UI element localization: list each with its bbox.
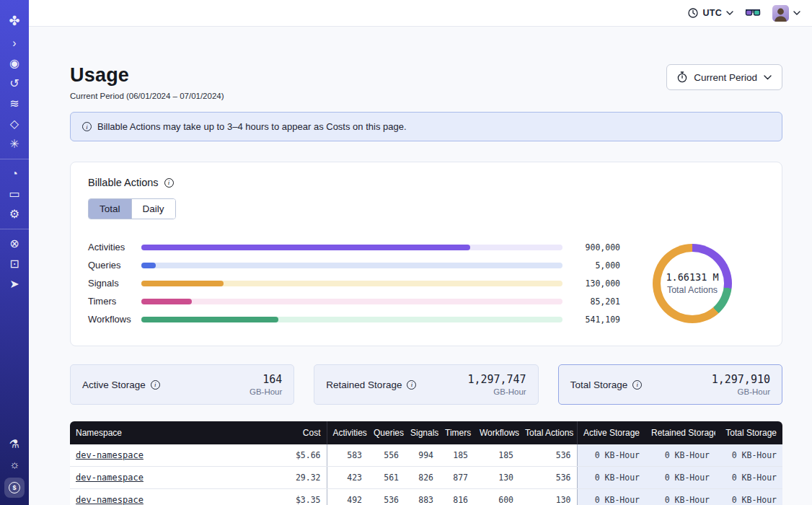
info-icon: i: [82, 122, 92, 131]
bar-fill: [141, 317, 278, 322]
donut-chart-zone: 1.66131 M Total Actions: [620, 244, 764, 323]
cell-workflows: 185: [474, 444, 519, 467]
bar-fill: [141, 299, 192, 304]
expand-sidebar-icon[interactable]: ›: [0, 33, 29, 53]
namespace-link[interactable]: dev-namespace: [76, 495, 144, 505]
total-actions-value: 1.66131 M: [666, 271, 718, 283]
bar-fill: [141, 263, 156, 268]
bar-row-queries: Queries5,000: [88, 256, 620, 274]
storage-unit: GB-Hour: [712, 387, 770, 396]
bar-track: [141, 299, 562, 304]
column-header-active_storage[interactable]: Active Storage: [577, 421, 645, 444]
storage-summary-row: Active Storagei164GB-HourRetained Storag…: [70, 364, 782, 405]
storage-card-total-storage: Total Storagei1,297,910GB-Hour: [558, 364, 782, 405]
donut-chart: 1.66131 M Total Actions: [653, 244, 732, 323]
tab-total[interactable]: Total: [89, 199, 131, 219]
chevron-down-icon: [793, 11, 800, 15]
sidebar-groups: ✤›◉↺≋◇✳◔▭⚙⊗⊡➤: [0, 0, 29, 299]
sidebar-group-3: ⊗⊡➤: [0, 229, 29, 299]
theme-sun-icon[interactable]: ☼: [0, 454, 29, 475]
history-clock-icon[interactable]: ↺: [0, 74, 29, 94]
sidebar-group-1: ✤›◉↺≋◇✳: [0, 0, 29, 159]
cell-activities: 492: [327, 489, 368, 505]
table-row: dev-namespace$5.665835569941851855360 KB…: [70, 444, 782, 467]
bar-label: Timers: [88, 296, 141, 307]
namespace-link[interactable]: dev-namespace: [76, 450, 144, 460]
cell-cost: $3.35: [250, 489, 327, 505]
storage-card-label: Total Storagei: [570, 379, 643, 390]
user-menu[interactable]: [772, 5, 800, 22]
chevron-down-icon: [764, 75, 772, 80]
labs-flask-icon[interactable]: ⚗: [0, 434, 29, 454]
table-header-row: NamespaceCostActivitiesQueriesSignalsTim…: [70, 421, 782, 444]
bar-track: [141, 281, 562, 286]
glasses-icon[interactable]: [745, 9, 761, 17]
bar-track: [141, 317, 562, 322]
info-icon[interactable]: i: [151, 380, 160, 390]
storage-card-value-block: 164GB-Hour: [250, 373, 282, 396]
cell-queries: 536: [368, 489, 405, 505]
bar-label: Workflows: [88, 314, 141, 325]
cell-workflows: 130: [474, 467, 519, 489]
usage-gauge-icon[interactable]: ◔: [0, 164, 29, 184]
billable-actions-chart: Activities900,000Queries5,000Signals130,…: [88, 238, 764, 328]
billing-dollar-icon: $: [9, 482, 20, 493]
total-actions-label: Total Actions: [667, 285, 718, 295]
storage-card-retained-storage: Retained Storagei1,297,747GB-Hour: [314, 364, 538, 405]
namespace-link[interactable]: dev-namespace: [76, 473, 144, 483]
bar-row-signals: Signals130,000: [88, 274, 620, 292]
billable-actions-title-row: Billable Actions i: [88, 177, 764, 188]
storage-card-label: Retained Storagei: [326, 379, 416, 390]
column-header-activities[interactable]: Activities: [327, 421, 368, 444]
bar-chart: Activities900,000Queries5,000Signals130,…: [88, 238, 620, 328]
support-life-buoy-icon[interactable]: ⊗: [0, 234, 29, 254]
cell-signals: 826: [405, 467, 439, 489]
storage-label-text: Active Storage: [82, 379, 146, 390]
cell-cost: 29.32: [250, 467, 327, 489]
column-header-retained_storage[interactable]: Retained Storage: [645, 421, 715, 444]
cell-queries: 561: [368, 467, 405, 489]
billing-card-icon[interactable]: ▭: [0, 184, 29, 204]
getting-started-rocket-icon[interactable]: ➤: [0, 274, 29, 294]
timezone-selector[interactable]: UTC: [688, 8, 733, 18]
storage-value: 164: [250, 373, 282, 386]
info-icon[interactable]: i: [407, 380, 416, 390]
app-window: ✤›◉↺≋◇✳◔▭⚙⊗⊡➤ ⚗☼$ UTC: [0, 0, 812, 505]
cell-signals: 994: [405, 444, 439, 467]
timezone-label: UTC: [702, 8, 722, 18]
billable-actions-title: Billable Actions: [88, 177, 159, 188]
tab-daily[interactable]: Daily: [131, 199, 175, 219]
asterisk-icon[interactable]: ✳: [0, 134, 29, 154]
namespace-usage-table: NamespaceCostActivitiesQueriesSignalsTim…: [70, 421, 782, 505]
column-header-queries[interactable]: Queries: [368, 421, 405, 444]
namespaces-spiral-icon[interactable]: ◉: [0, 53, 29, 74]
layers-icon[interactable]: ≋: [0, 94, 29, 114]
sidebar-bottom-group: ⚗☼$: [0, 434, 29, 505]
cell-namespace: dev-namespace: [70, 444, 250, 467]
cube-icon[interactable]: ◇: [0, 114, 29, 134]
user-avatar: [772, 5, 789, 22]
temporal-logo-icon[interactable]: ✤: [0, 9, 29, 33]
page-content: Usage Current Period (06/01/2024 – 07/01…: [29, 27, 812, 505]
column-header-workflows[interactable]: Workflows: [474, 421, 519, 444]
storage-unit: GB-Hour: [250, 387, 282, 396]
docs-terminal-icon[interactable]: ⊡: [0, 254, 29, 274]
column-header-timers[interactable]: Timers: [439, 421, 474, 444]
settings-gear-icon[interactable]: ⚙: [0, 204, 29, 224]
cell-total_actions: 130: [519, 489, 577, 505]
column-header-total_storage[interactable]: Total Storage: [715, 421, 782, 444]
cell-activities: 583: [327, 444, 368, 467]
table-row: dev-namespace29.324235618268771305360 KB…: [70, 467, 782, 489]
storage-label-text: Retained Storage: [326, 379, 402, 390]
column-header-signals[interactable]: Signals: [405, 421, 439, 444]
column-header-total_actions[interactable]: Total Actions: [519, 421, 577, 444]
top-bar: UTC: [29, 0, 812, 27]
cell-active_storage: 0 KB-Hour: [577, 444, 645, 467]
cell-active_storage: 0 KB-Hour: [577, 489, 645, 505]
column-header-namespace[interactable]: Namespace: [70, 421, 250, 444]
column-header-cost[interactable]: Cost: [250, 421, 327, 444]
sidebar-active-item[interactable]: $: [4, 478, 25, 498]
info-icon[interactable]: i: [632, 380, 642, 390]
period-dropdown-button[interactable]: Current Period: [666, 64, 782, 90]
info-icon[interactable]: i: [164, 178, 174, 188]
